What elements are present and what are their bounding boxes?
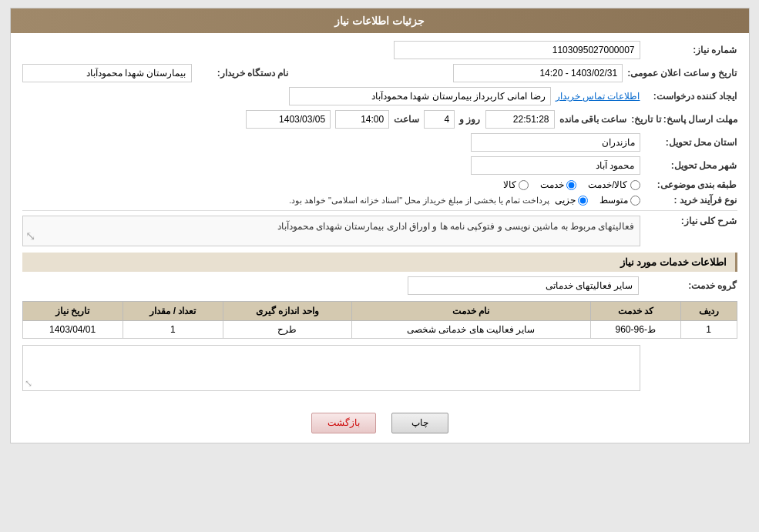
category-label-khedmat: خدمت bbox=[540, 179, 564, 190]
province-label: استان محل تحویل: bbox=[645, 137, 737, 148]
col-name: نام خدمت bbox=[351, 302, 590, 321]
col-row: ردیف bbox=[680, 302, 737, 321]
footer-buttons: چاپ بازگشت bbox=[11, 403, 749, 443]
category-label-kala-khedmat: کالا/خدمت bbox=[588, 179, 627, 190]
process-radio-mutawaset[interactable] bbox=[630, 196, 640, 206]
category-radio-khedmat[interactable] bbox=[566, 180, 576, 190]
services-header: اطلاعات خدمات مورد نیاز bbox=[22, 253, 737, 272]
buyer-announce-row: تاریخ و ساعت اعلان عمومی: نام دستگاه خری… bbox=[22, 64, 737, 82]
category-radio-kala[interactable] bbox=[519, 180, 529, 190]
buyer-org-label: نام دستگاه خریدار: bbox=[196, 68, 289, 79]
process-label: نوع فرآیند خرید : bbox=[645, 195, 737, 206]
page-header: جزئیات اطلاعات نیاز bbox=[11, 8, 749, 33]
col-unit: واحد اندازه گیری bbox=[223, 302, 351, 321]
back-button[interactable]: بازگشت bbox=[311, 413, 376, 433]
category-radio-group: کالا/خدمت خدمت کالا bbox=[503, 179, 640, 190]
table-cell: ط-96-960 bbox=[590, 321, 680, 339]
table-body: 1ط-96-960سایر فعالیت های خدماتی شخصیطرح1… bbox=[22, 321, 737, 339]
table-cell: سایر فعالیت های خدماتی شخصی bbox=[351, 321, 590, 339]
announce-date-label: تاریخ و ساعت اعلان عمومی: bbox=[627, 68, 737, 79]
response-timer-label: ساعت باقی مانده bbox=[559, 114, 627, 125]
description-row: شرح کلی نیاز: فعالیتهای مربوط به ماشین ن… bbox=[22, 216, 737, 246]
process-option-mutawaset[interactable]: متوسط bbox=[599, 195, 640, 206]
process-radio-jozei[interactable] bbox=[578, 196, 588, 206]
divider-1 bbox=[22, 210, 737, 211]
process-row: نوع فرآیند خرید : متوسط جزیی پرداخت تمام… bbox=[22, 195, 737, 206]
description-text: فعالیتهای مربوط به ماشین نویسی و فتوکپی … bbox=[22, 216, 640, 246]
service-group-input[interactable] bbox=[408, 276, 639, 295]
category-option-kala-khedmat[interactable]: کالا/خدمت bbox=[588, 179, 640, 190]
col-date: تاریخ نیاز bbox=[22, 302, 123, 321]
need-number-row: شماره نیاز: bbox=[22, 41, 737, 59]
main-container: جزئیات اطلاعات نیاز شماره نیاز: تاریخ و … bbox=[10, 8, 750, 443]
table-header: ردیف کد خدمت نام خدمت واحد اندازه گیری ت… bbox=[22, 302, 737, 321]
category-label: طبقه بندی موضوعی: bbox=[645, 179, 737, 190]
category-row: طبقه بندی موضوعی: کالا/خدمت خدمت کالا bbox=[22, 179, 737, 190]
resize-icon: ⤡ bbox=[25, 229, 35, 243]
print-button[interactable]: چاپ bbox=[391, 413, 448, 433]
services-table: ردیف کد خدمت نام خدمت واحد اندازه گیری ت… bbox=[22, 301, 737, 339]
notes-container: ⤡ bbox=[22, 345, 640, 391]
notes-resize-icon: ⤡ bbox=[25, 378, 32, 389]
service-group-row: گروه خدمت: bbox=[22, 276, 737, 295]
table-cell: 1403/04/01 bbox=[22, 321, 123, 339]
process-radio-group: متوسط جزیی bbox=[555, 195, 640, 206]
process-label-mutawaset: متوسط bbox=[599, 195, 628, 206]
col-code: کد خدمت bbox=[590, 302, 680, 321]
need-number-label: شماره نیاز: bbox=[645, 45, 737, 55]
col-qty: تعداد / مقدار bbox=[123, 302, 223, 321]
table-cell: طرح bbox=[223, 321, 351, 339]
contact-link[interactable]: اطلاعات تماس خریدار bbox=[556, 91, 640, 102]
service-group-label: گروه خدمت: bbox=[645, 280, 737, 291]
process-label-jozei: جزیی bbox=[555, 195, 576, 206]
province-row: استان محل تحویل: bbox=[22, 133, 737, 152]
process-note: پرداخت تمام یا بخشی از مبلغ خریداز محل "… bbox=[289, 196, 550, 206]
table-cell: 1 bbox=[123, 321, 223, 339]
city-label: شهر محل تحویل: bbox=[645, 160, 737, 171]
category-radio-kala-khedmat[interactable] bbox=[630, 180, 640, 190]
response-days-input[interactable] bbox=[424, 110, 455, 129]
category-option-khedmat[interactable]: خدمت bbox=[540, 179, 576, 190]
response-date-input[interactable] bbox=[246, 110, 331, 129]
table-cell: 1 bbox=[680, 321, 737, 339]
creator-input[interactable] bbox=[289, 87, 551, 105]
buyer-org-input[interactable] bbox=[22, 64, 192, 82]
description-container: فعالیتهای مربوط به ماشین نویسی و فتوکپی … bbox=[22, 216, 640, 246]
response-timer-input[interactable] bbox=[485, 110, 555, 129]
category-label-kala: کالا bbox=[503, 179, 516, 190]
description-label: شرح کلی نیاز: bbox=[645, 216, 737, 226]
city-row: شهر محل تحویل: bbox=[22, 156, 737, 175]
announce-date-input[interactable] bbox=[453, 64, 623, 82]
content-area: شماره نیاز: تاریخ و ساعت اعلان عمومی: نا… bbox=[11, 33, 749, 403]
process-option-jozei[interactable]: جزیی bbox=[555, 195, 588, 206]
creator-row: ایجاد کننده درخواست: اطلاعات تماس خریدار bbox=[22, 87, 737, 105]
table-header-row: ردیف کد خدمت نام خدمت واحد اندازه گیری ت… bbox=[22, 302, 737, 321]
need-number-input[interactable] bbox=[394, 41, 640, 59]
category-option-kala[interactable]: کالا bbox=[503, 179, 529, 190]
response-days-label: روز و bbox=[459, 114, 480, 125]
response-deadline-row: مهلت ارسال پاسخ: تا تاریخ: ساعت باقی مان… bbox=[22, 110, 737, 129]
creator-label: ایجاد کننده درخواست: bbox=[645, 91, 737, 102]
notes-text bbox=[22, 345, 640, 391]
buyer-notes-row: ⤡ bbox=[22, 345, 737, 391]
city-input[interactable] bbox=[471, 156, 640, 175]
response-time-label: ساعت bbox=[394, 114, 419, 125]
table-row: 1ط-96-960سایر فعالیت های خدماتی شخصیطرح1… bbox=[22, 321, 737, 339]
response-deadline-label: مهلت ارسال پاسخ: تا تاریخ: bbox=[631, 114, 737, 125]
province-input[interactable] bbox=[471, 133, 640, 152]
page-title: جزئیات اطلاعات نیاز bbox=[334, 15, 425, 27]
response-time-input[interactable] bbox=[335, 110, 389, 129]
